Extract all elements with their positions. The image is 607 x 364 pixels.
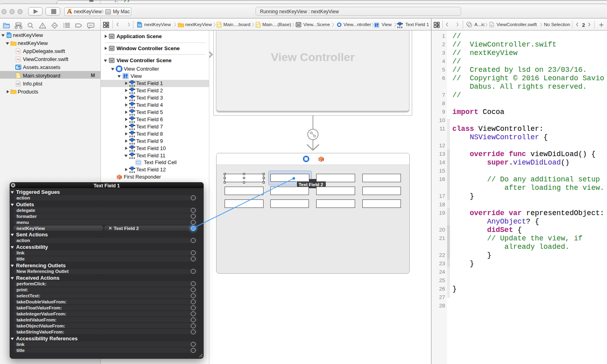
svg-text:1: 1 [322,158,323,161]
